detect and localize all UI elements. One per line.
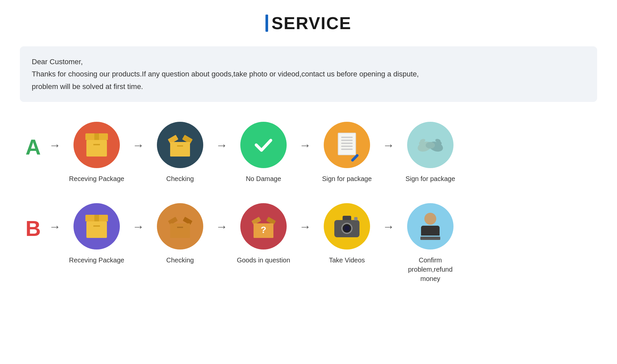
step-a4: Sign for package — [314, 122, 380, 183]
step-a5-icon — [407, 122, 453, 168]
step-b5-icon — [407, 203, 453, 250]
step-b4-label: Take Videos — [329, 255, 365, 265]
question-box-icon: ? — [251, 215, 276, 238]
package-icon — [84, 133, 109, 157]
step-b5-label: Confirm problem,refund money — [401, 255, 460, 283]
step-b1-icon — [73, 203, 120, 250]
arrow-b4: → — [380, 220, 397, 234]
cam-flash — [354, 217, 357, 220]
cam-bump — [343, 216, 351, 220]
notice-box: Dear Customer, Thanks for choosing our p… — [20, 46, 597, 102]
doc-paper — [338, 133, 356, 155]
arrow-a1: → — [130, 138, 147, 152]
step-b2: Checking — [147, 203, 213, 265]
step-b3: ? Goods in question — [230, 203, 297, 265]
doc-line5 — [341, 149, 353, 150]
row-a-label: A — [20, 122, 46, 159]
svg-point-2 — [426, 142, 435, 149]
step-b3-icon: ? — [240, 203, 287, 250]
person-body — [421, 226, 440, 236]
doc-line2 — [341, 140, 353, 141]
arrow-b3: → — [297, 220, 314, 234]
arrow-a2: → — [213, 138, 230, 152]
doc-icon — [336, 133, 358, 158]
step-a4-label: Sign for package — [322, 174, 372, 183]
doc-line3 — [341, 143, 353, 144]
step-a2: Checking — [147, 122, 213, 183]
doc-lines — [339, 133, 356, 153]
arrow-b0: → — [46, 220, 64, 234]
handshake-svg — [415, 130, 445, 160]
openbox-b-icon — [168, 215, 193, 238]
step-a2-icon — [157, 122, 203, 168]
step-b4: Take Videos — [314, 203, 380, 265]
step-b3-label: Goods in question — [237, 255, 290, 265]
question-mark: ? — [261, 225, 266, 235]
row-b-steps: Receving Package → Checking → — [64, 203, 597, 283]
step-b1: Receving Package — [64, 203, 130, 265]
person-laptop — [420, 237, 440, 240]
step-a3-label: No Damage — [246, 174, 281, 183]
step-a1-icon — [73, 122, 120, 168]
step-a3-icon — [240, 122, 287, 168]
step-a4-icon — [324, 122, 370, 168]
step-a3: No Damage — [230, 122, 297, 183]
person-laptop-icon — [420, 213, 440, 240]
cam-body — [334, 220, 359, 237]
person-head — [424, 213, 436, 225]
arrow-b2: → — [213, 220, 230, 234]
step-a1-label: Receving Package — [69, 174, 124, 183]
step-a2-label: Checking — [166, 174, 194, 183]
flow-row-a: A → Receving Package → Checking — [20, 122, 597, 183]
notice-line3: problem will be solved at first time. — [32, 80, 585, 93]
doc-line4 — [341, 146, 353, 147]
package-b-icon — [84, 215, 109, 238]
arrow-a3: → — [297, 138, 314, 152]
checkmark-svg — [250, 132, 277, 158]
arrow-b1: → — [130, 220, 147, 234]
step-b5: Confirm problem,refund money — [397, 203, 463, 283]
step-a5-label: Sign for package — [405, 174, 455, 183]
box-body — [170, 223, 190, 238]
arrow-a0: → — [46, 138, 64, 152]
arrow-a4: → — [380, 138, 397, 152]
step-b2-icon — [157, 203, 203, 250]
step-a5: Sign for package — [397, 122, 463, 183]
step-b4-icon — [324, 203, 370, 250]
row-a-steps: Receving Package → Checking → No Damag — [64, 122, 597, 183]
step-b1-label: Receving Package — [69, 255, 124, 265]
camera-icon — [334, 216, 360, 237]
row-b-label: B — [20, 203, 46, 241]
step-b2-label: Checking — [166, 255, 194, 265]
page-title-section: SERVICE — [265, 13, 351, 33]
flow-row-b: B → Receving Package → — [20, 203, 597, 283]
openbox-icon — [168, 133, 193, 157]
cam-lens — [341, 223, 353, 234]
box-stripe — [177, 227, 183, 228]
step-a1: Receving Package — [64, 122, 130, 183]
notice-line2: Thanks for choosing our products.If any … — [32, 68, 585, 80]
title-accent-bar — [265, 15, 268, 32]
doc-line1 — [341, 137, 353, 138]
qbox-body: ? — [254, 223, 273, 238]
notice-line1: Dear Customer, — [32, 56, 585, 68]
page-title: SERVICE — [271, 13, 351, 33]
